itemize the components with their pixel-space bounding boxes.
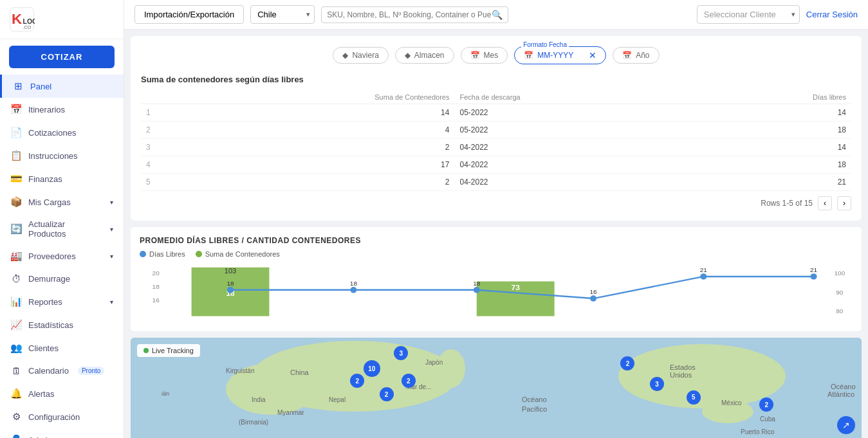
sidebar-item-label-demurrage: Demurrage bbox=[28, 274, 70, 284]
fecha-icon: 📅 bbox=[524, 51, 533, 60]
search-input[interactable] bbox=[327, 10, 492, 19]
anio-label: Año bbox=[636, 51, 649, 60]
sidebar-item-itinerarios[interactable]: 📅Itinerarios bbox=[0, 98, 124, 121]
cell-fecha: 05-2022 bbox=[454, 104, 699, 122]
svg-point-34 bbox=[437, 349, 465, 388]
svg-text:Océano: Océano bbox=[522, 396, 547, 403]
table-header-row: Suma de Contenedores Fecha de descarga D… bbox=[141, 91, 851, 104]
sidebar-item-estadisticas[interactable]: 📈Estadísticas bbox=[0, 313, 124, 336]
formato-fecha-input[interactable]: MM-YYYY bbox=[537, 51, 582, 60]
live-tracking-badge: Live Tracking bbox=[137, 344, 200, 357]
admin-icon: 👤 bbox=[10, 434, 22, 438]
itinerarios-icon: 📅 bbox=[10, 104, 22, 115]
row-index: 2 bbox=[141, 122, 160, 139]
legend-suma-contenedores: Suma de Contenedores bbox=[196, 250, 280, 258]
map-pin-4: 2 bbox=[402, 374, 416, 388]
sidebar-item-actualizar-productos[interactable]: 🔄Actualizar Productos▾ bbox=[0, 214, 124, 244]
svg-text:18: 18 bbox=[473, 280, 480, 287]
map-scroll-button[interactable]: ↗ bbox=[837, 416, 855, 434]
svg-text:103: 103 bbox=[225, 268, 236, 275]
proveedores-chevron-icon: ▾ bbox=[110, 253, 113, 260]
svg-text:ián: ián bbox=[162, 390, 169, 397]
cerrar-sesion-link[interactable]: Cerrar Sesión bbox=[806, 10, 858, 19]
sidebar-item-label-estadisticas: Estadísticas bbox=[28, 320, 73, 330]
configuracion-icon: ⚙ bbox=[10, 411, 22, 423]
prev-page-button[interactable]: ‹ bbox=[818, 196, 832, 210]
sidebar-item-admin[interactable]: 👤Admin bbox=[0, 428, 124, 438]
table-footer: Rows 1-5 of 15 ‹ › bbox=[141, 196, 851, 210]
table-row: 1 14 05-2022 14 bbox=[141, 104, 851, 122]
import-export-button[interactable]: Importación/Exportación bbox=[134, 5, 244, 24]
formato-fecha-filter[interactable]: Formato Fecha 📅 MM-YYYY ✕ bbox=[514, 46, 606, 64]
svg-text:16: 16 bbox=[152, 297, 160, 304]
cell-suma: 2 bbox=[160, 139, 454, 156]
cell-fecha: 04-2022 bbox=[454, 174, 699, 191]
svg-text:100: 100 bbox=[834, 269, 845, 277]
panel-icon: ⊞ bbox=[12, 80, 24, 92]
dias-libres-dot bbox=[140, 251, 146, 257]
svg-text:México: México bbox=[721, 399, 742, 406]
map-section: China Japón Mar de... Nepal Myanmar (Bir… bbox=[131, 338, 862, 438]
almacen-filter[interactable]: ◆ Almacen bbox=[395, 47, 454, 64]
sidebar-item-panel[interactable]: ⊞Panel bbox=[0, 75, 124, 98]
row-index: 1 bbox=[141, 104, 160, 122]
sidebar-item-calendario[interactable]: 🗓CalendarioPronto bbox=[0, 360, 124, 382]
cell-suma: 14 bbox=[160, 104, 454, 122]
sidebar-item-label-alertas: Alertas bbox=[28, 389, 54, 399]
svg-text:Myanmar: Myanmar bbox=[277, 409, 304, 416]
cell-dias: 18 bbox=[700, 122, 851, 139]
svg-point-32 bbox=[618, 344, 786, 408]
topbar: Importación/Exportación Chile 🔍 Seleccio… bbox=[124, 0, 868, 30]
sidebar-item-label-calendario: Calendario bbox=[28, 366, 69, 376]
sidebar-item-proveedores[interactable]: 🏭Proveedores▾ bbox=[0, 244, 124, 268]
close-fecha-icon[interactable]: ✕ bbox=[589, 50, 596, 60]
sidebar-item-label-finanzas: Finanzas bbox=[28, 174, 62, 184]
sidebar-item-finanzas[interactable]: 💳Finanzas bbox=[0, 167, 124, 190]
logo-area: K LOG .CO bbox=[0, 0, 124, 39]
mes-icon: 📅 bbox=[470, 51, 480, 60]
map-pin-7: 5 bbox=[687, 390, 701, 405]
sidebar-item-demurrage[interactable]: ⏱Demurrage bbox=[0, 268, 124, 290]
mes-filter[interactable]: 📅 Mes bbox=[461, 47, 508, 64]
cell-dias: 18 bbox=[700, 156, 851, 174]
table-title: Suma de contenedores según días libres bbox=[141, 75, 851, 84]
anio-filter[interactable]: 📅 Año bbox=[613, 47, 659, 64]
sidebar-item-configuracion[interactable]: ⚙Configuración bbox=[0, 405, 124, 428]
live-dot bbox=[143, 348, 149, 353]
sidebar-item-clientes[interactable]: 👥Clientes bbox=[0, 336, 124, 360]
svg-text:90: 90 bbox=[836, 289, 844, 297]
nav-menu: ⊞Panel📅Itinerarios📄Cotizaciones📋Instrucc… bbox=[0, 75, 124, 438]
row-index: 3 bbox=[141, 139, 160, 156]
mes-label: Mes bbox=[484, 51, 499, 60]
naviera-filter[interactable]: ◆ Naviera bbox=[333, 47, 388, 64]
map-background: China Japón Mar de... Nepal Myanmar (Bir… bbox=[131, 338, 862, 438]
main-area: Importación/Exportación Chile 🔍 Seleccio… bbox=[124, 0, 868, 438]
col-dias-header: Días libres bbox=[700, 91, 851, 104]
svg-text:Nepal: Nepal bbox=[329, 396, 346, 403]
sidebar-item-reportes[interactable]: 📊Reportes▾ bbox=[0, 290, 124, 313]
sidebar-item-mis-cargas[interactable]: 📦Mis Cargas▾ bbox=[0, 190, 124, 214]
client-select[interactable]: Seleccionar Cliente bbox=[697, 5, 800, 24]
actualizar-productos-icon: 🔄 bbox=[10, 223, 22, 235]
country-select-wrap: Chile bbox=[250, 5, 315, 24]
next-page-button[interactable]: › bbox=[837, 196, 851, 210]
svg-point-17 bbox=[227, 287, 234, 293]
cell-fecha: 04-2022 bbox=[454, 156, 699, 174]
live-tracking-label: Live Tracking bbox=[152, 347, 194, 354]
alertas-icon: 🔔 bbox=[10, 388, 22, 399]
map-pin-6: 3 bbox=[650, 377, 664, 391]
country-select[interactable]: Chile bbox=[250, 5, 315, 24]
chart-title: PROMEDIO DÍAS LIBRES / CANTIDAD CONTENED… bbox=[140, 236, 853, 245]
sidebar-item-alertas[interactable]: 🔔Alertas bbox=[0, 382, 124, 405]
sidebar-item-instrucciones[interactable]: 📋Instrucciones bbox=[0, 144, 124, 167]
svg-text:20: 20 bbox=[152, 269, 160, 277]
sidebar: K LOG .CO COTIZAR ⊞Panel📅Itinerarios📄Cot… bbox=[0, 0, 124, 438]
svg-text:Japón: Japón bbox=[425, 359, 443, 366]
cotizaciones-icon: 📄 bbox=[10, 127, 22, 138]
cotizar-button[interactable]: COTIZAR bbox=[9, 46, 115, 68]
dashboard-panel: ◆ Naviera ◆ Almacen 📅 Mes Formato Fecha … bbox=[131, 36, 862, 221]
sidebar-item-cotizaciones[interactable]: 📄Cotizaciones bbox=[0, 121, 124, 144]
sidebar-item-label-proveedores: Proveedores bbox=[28, 251, 76, 261]
col-suma-header: Suma de Contenedores bbox=[160, 91, 454, 104]
map-pin-1: 10 bbox=[364, 360, 380, 377]
